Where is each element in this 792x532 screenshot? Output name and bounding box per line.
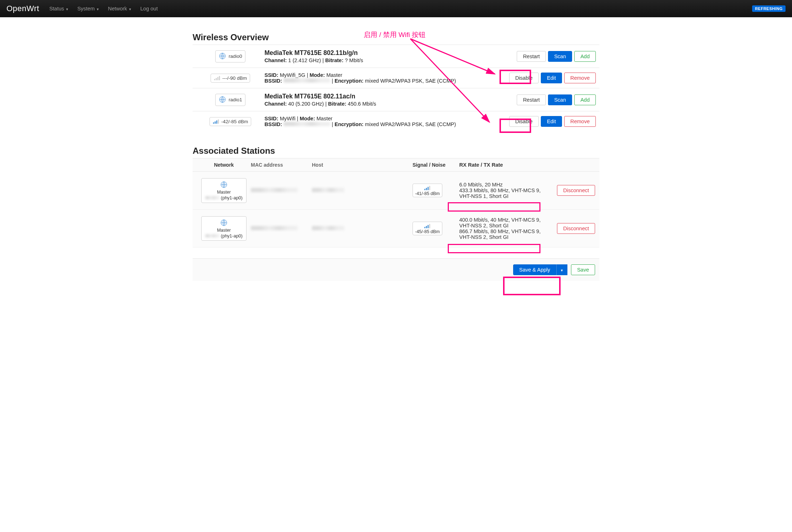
signal-badge: -45/-85 dBm (413, 222, 442, 235)
network-badge: Master (phy1-ap0) (201, 178, 247, 203)
svg-rect-7 (215, 121, 216, 124)
chevron-down-icon: ▼ (129, 8, 132, 11)
stations-header-row: Network MAC address Host Signal / Noise … (193, 158, 599, 172)
svg-rect-17 (426, 226, 427, 228)
signal-bars-icon (424, 223, 430, 228)
radio-name: radio1 (229, 97, 242, 102)
network-line2: BSSID: | Encryption: mixed WPA2/WPA3 PSK… (264, 121, 509, 127)
net-iface: (phy1-ap0) (221, 195, 243, 200)
remove-button[interactable]: Remove (564, 116, 596, 127)
tx-rate: 866.7 Mbit/s, 80 MHz, VHT-MCS 9, VHT-NSS… (459, 228, 548, 240)
svg-rect-13 (428, 187, 429, 190)
svg-rect-1 (214, 79, 215, 80)
scan-button[interactable]: Scan (548, 94, 572, 105)
net-role: Master (217, 189, 231, 195)
nav-status-label: Status (49, 6, 64, 11)
signal-badge: -42/-85 dBm (209, 117, 251, 126)
network-line1: SSID: MyWifi | Mode: Master (264, 116, 509, 121)
save-apply-dropdown[interactable]: ▼ (556, 264, 567, 275)
rx-rate: 400.0 Mbit/s, 40 MHz, VHT-MCS 9, VHT-NSS… (459, 217, 548, 228)
signal-badge: ---/-90 dBm (211, 74, 250, 83)
wireless-radio-icon (218, 52, 226, 60)
signal-value: -41/-85 dBm (415, 191, 440, 196)
nav-network[interactable]: Network▼ (108, 6, 132, 11)
wireless-radio-icon (220, 181, 228, 189)
wireless-radio-icon (218, 96, 226, 103)
signal-value: ---/-90 dBm (222, 75, 247, 81)
add-button[interactable]: Add (574, 51, 596, 62)
signal-value: -42/-85 dBm (221, 119, 248, 124)
chevron-down-icon: ▼ (560, 269, 563, 272)
signal-bars-icon (214, 75, 220, 80)
restart-button[interactable]: Restart (517, 51, 546, 62)
svg-rect-6 (213, 122, 214, 124)
network-row: -42/-85 dBm SSID: MyWifi | Mode: Master … (193, 111, 599, 131)
svg-rect-2 (216, 78, 217, 80)
remove-button[interactable]: Remove (564, 73, 596, 83)
net-iface: (phy1-ap0) (221, 233, 243, 239)
svg-rect-19 (429, 224, 430, 228)
svg-rect-18 (428, 225, 429, 228)
network-line1: SSID: MyWifi_5G | Mode: Master (264, 72, 509, 78)
col-mac: MAC address (251, 162, 312, 168)
radio-row: radio0 MediaTek MT7615E 802.11b/g/n Chan… (193, 45, 599, 68)
disconnect-button[interactable]: Disconnect (557, 223, 595, 234)
station-row: Master (phy1-ap0) -45/-85 dBm 400.0 Mbit… (193, 210, 599, 248)
nav-system[interactable]: System▼ (77, 6, 99, 11)
nav-system-label: System (77, 6, 95, 11)
wireless-overview-heading: Wireless Overview (193, 32, 599, 42)
svg-rect-3 (217, 77, 218, 80)
signal-value: -45/-85 dBm (415, 229, 440, 234)
wireless-radio-icon (220, 219, 228, 227)
chevron-down-icon: ▼ (96, 8, 100, 11)
signal-badge: -41/-85 dBm (413, 184, 442, 197)
col-rate: RX Rate / TX Rate (459, 162, 548, 168)
save-apply-button[interactable]: Save & Apply (513, 264, 556, 275)
footer-actions: Save & Apply ▼ Save (193, 258, 599, 281)
nav-status[interactable]: Status▼ (49, 6, 69, 11)
scan-button[interactable]: Scan (548, 51, 572, 62)
svg-rect-14 (429, 186, 430, 190)
main-container: Wireless Overview radio0 MediaTek MT7615… (188, 17, 604, 295)
nav-network-label: Network (108, 6, 127, 11)
chevron-down-icon: ▼ (65, 8, 69, 11)
edit-button[interactable]: Edit (541, 116, 562, 127)
restart-button[interactable]: Restart (517, 94, 546, 105)
network-badge: Master (phy1-ap0) (201, 216, 247, 241)
disconnect-button[interactable]: Disconnect (557, 185, 595, 196)
top-nav: OpenWrt Status▼ System▼ Network▼ Log out… (0, 0, 792, 17)
add-button[interactable]: Add (574, 94, 596, 105)
col-signal: Signal / Noise (413, 162, 459, 168)
rx-rate: 6.0 Mbit/s, 20 MHz (459, 182, 548, 188)
disable-button[interactable]: Disable (509, 73, 539, 83)
radio-title: MediaTek MT7615E 802.11b/g/n (264, 49, 517, 57)
radio-subtitle: Channel: 40 (5.200 GHz) | Bitrate: 450.6… (264, 101, 517, 107)
network-line2: BSSID: | Encryption: mixed WPA2/WPA3 PSK… (264, 78, 509, 84)
col-host: Host (312, 162, 413, 168)
station-row: Master (phy1-ap0) -41/-85 dBm 6.0 Mbit/s… (193, 172, 599, 210)
wireless-table: radio0 MediaTek MT7615E 802.11b/g/n Chan… (193, 45, 599, 131)
svg-rect-16 (424, 227, 425, 228)
disable-button[interactable]: Disable (509, 116, 539, 127)
refresh-indicator: REFRESHING (752, 5, 786, 12)
svg-rect-4 (219, 76, 220, 80)
associated-stations-heading: Associated Stations (193, 146, 599, 156)
radio-name: radio0 (229, 54, 242, 59)
radio-badge: radio0 (215, 50, 245, 63)
save-button[interactable]: Save (571, 264, 595, 275)
net-role: Master (217, 227, 231, 233)
network-row: ---/-90 dBm SSID: MyWifi_5G | Mode: Mast… (193, 68, 599, 88)
svg-rect-11 (424, 189, 425, 190)
svg-rect-8 (216, 120, 217, 124)
radio-subtitle: Channel: 1 (2.412 GHz) | Bitrate: ? Mbit… (264, 57, 517, 63)
nav-logout[interactable]: Log out (141, 6, 158, 11)
radio-badge: radio1 (215, 94, 245, 106)
signal-bars-icon (424, 185, 430, 190)
svg-rect-12 (426, 188, 427, 190)
radio-row: radio1 MediaTek MT7615E 802.11ac/n Chann… (193, 88, 599, 111)
brand-logo[interactable]: OpenWrt (6, 4, 39, 13)
radio-title: MediaTek MT7615E 802.11ac/n (264, 93, 517, 100)
signal-bars-icon (213, 119, 219, 124)
col-network: Network (197, 162, 251, 168)
edit-button[interactable]: Edit (541, 73, 562, 83)
